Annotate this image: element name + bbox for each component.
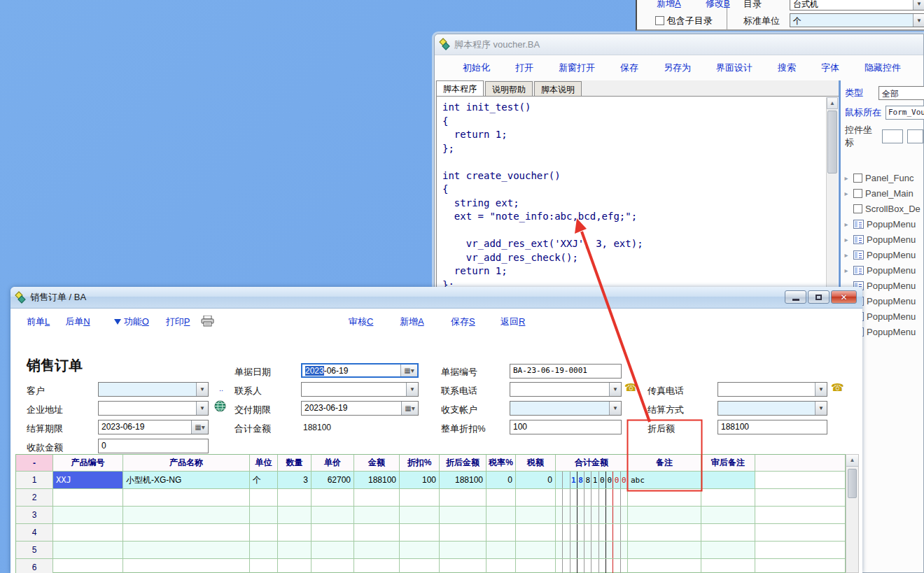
col-header-audit-note[interactable]: 审后备注	[701, 455, 755, 471]
open-new-window-button[interactable]: 新窗打开	[559, 62, 595, 74]
cell-taxrate[interactable]: 0	[486, 472, 516, 488]
coord-x-field[interactable]	[882, 129, 903, 143]
sales-titlebar[interactable]: 销售订单 / BA ✕	[10, 287, 862, 309]
col-header-qty[interactable]: 数量	[278, 455, 312, 471]
deliver-date-field[interactable]: 2023-06-19▦▾	[301, 401, 419, 416]
cell-total-digits[interactable]: 18810000	[556, 472, 628, 488]
scrollbar-thumb[interactable]	[848, 469, 857, 498]
tab-script-notes[interactable]: 脚本说明	[534, 81, 582, 96]
cell-product-name[interactable]: 小型机-XG-NG	[123, 472, 250, 488]
tree-item[interactable]: ▸PopupMenu	[842, 232, 923, 247]
scrollbar-thumb[interactable]	[827, 111, 837, 174]
customer-lookup-button[interactable]: ..	[216, 384, 227, 397]
expander-icon[interactable]: ▸	[842, 220, 850, 228]
row-number[interactable]: 3	[16, 507, 53, 523]
cell-note[interactable]: abc	[628, 472, 701, 488]
col-header-note[interactable]: 备注	[628, 455, 701, 471]
type-select[interactable]: 全部	[878, 86, 924, 100]
prev-doc-button[interactable]: 前单L	[27, 316, 50, 328]
cell-unit[interactable]: 个	[250, 472, 278, 488]
calendar-icon[interactable]: ▦▾	[400, 365, 417, 376]
modify-record-button[interactable]: 修改B	[706, 0, 730, 10]
grid-row-4[interactable]: 4	[16, 524, 845, 542]
col-header-product-code[interactable]: 产品编号	[53, 455, 123, 471]
col-header-total[interactable]: 合计金额	[556, 455, 628, 471]
cell-discount[interactable]: 100	[400, 472, 440, 488]
minimize-button[interactable]	[785, 290, 806, 304]
expander-icon[interactable]: ▸	[842, 174, 850, 182]
row-number[interactable]: 1	[16, 472, 53, 488]
chevron-down-icon[interactable]: ▼	[609, 402, 621, 415]
globe-icon[interactable]	[214, 400, 226, 414]
doc-number-field[interactable]: BA-23-06-19-0001	[510, 364, 622, 379]
grid-row-5[interactable]: 5	[16, 542, 845, 559]
return-button[interactable]: 返回R	[500, 316, 525, 328]
chevron-down-icon[interactable]: ▼	[609, 383, 621, 396]
expander-icon[interactable]: ▸	[842, 251, 850, 259]
tree-item[interactable]: ▸PopupMenu	[842, 216, 923, 232]
chevron-down-icon[interactable]: ▼	[815, 383, 827, 396]
grid-row-3[interactable]: 3	[16, 507, 845, 524]
calendar-icon[interactable]: ▦▾	[191, 420, 208, 434]
tree-item[interactable]: ▸PopupMenu	[842, 247, 923, 262]
chevron-down-icon[interactable]: ▼	[196, 402, 208, 415]
tree-item[interactable]: ▸Panel_Func	[842, 170, 923, 185]
coord-y-field[interactable]	[907, 129, 923, 143]
tree-item[interactable]: ▸Panel_Main	[842, 185, 923, 201]
row-number[interactable]: 5	[16, 542, 53, 558]
chevron-down-icon[interactable]: ▼	[406, 383, 418, 396]
calendar-icon[interactable]: ▦▾	[401, 402, 418, 415]
checkbox-icon[interactable]	[853, 174, 862, 183]
cell-tax[interactable]: 0	[516, 472, 556, 488]
grid-row-2[interactable]: 2	[16, 489, 845, 507]
col-header-unit[interactable]: 单位	[250, 455, 278, 471]
after-discount-field[interactable]: 188100	[718, 420, 827, 434]
checkbox-icon[interactable]	[853, 204, 862, 213]
printer-icon[interactable]	[201, 316, 214, 329]
grid-row-6[interactable]: 6	[16, 559, 845, 573]
phone-select[interactable]: ▼	[510, 382, 622, 397]
col-header-price[interactable]: 单价	[312, 455, 354, 471]
script-titlebar[interactable]: 脚本程序 voucher.BA	[435, 34, 923, 55]
font-button[interactable]: 字体	[821, 62, 839, 74]
search-button[interactable]: 搜索	[778, 62, 796, 74]
contact-select[interactable]: ▼	[301, 382, 419, 397]
tab-help[interactable]: 说明帮助	[485, 81, 533, 96]
customer-select[interactable]: ▼	[98, 382, 209, 397]
include-subdir-checkbox[interactable]: 包含子目录	[655, 15, 713, 27]
fax-select[interactable]: ▼	[718, 382, 827, 397]
print-button[interactable]: 打印P	[166, 316, 190, 328]
scroll-up-icon[interactable]: ▲	[827, 97, 838, 109]
tab-script-program[interactable]: 脚本程序	[436, 80, 484, 96]
expander-icon[interactable]: ▸	[842, 190, 850, 197]
save-as-button[interactable]: 另存为	[664, 62, 691, 74]
save-script-button[interactable]: 保存	[620, 62, 638, 74]
grid-scrollbar[interactable]: ▲	[846, 454, 859, 573]
cell-product-code[interactable]: XXJ	[53, 472, 123, 488]
hide-controls-button[interactable]: 隐藏控件	[864, 62, 901, 74]
received-amount-field[interactable]: 0	[98, 439, 209, 453]
address-select[interactable]: ▼	[98, 401, 209, 416]
cell-price[interactable]: 62700	[312, 472, 354, 488]
add-record-button[interactable]: 新增A	[657, 0, 681, 10]
standard-unit-select[interactable]: 个▼	[790, 13, 924, 27]
expander-icon[interactable]: ▸	[842, 236, 850, 243]
next-doc-button[interactable]: 后单N	[65, 316, 90, 328]
doc-date-field[interactable]: 2023-06-19 ▦▾	[301, 363, 419, 378]
chevron-down-icon[interactable]: ▼	[815, 402, 827, 415]
col-header-product-name[interactable]: 产品名称	[123, 455, 250, 471]
ui-design-button[interactable]: 界面设计	[716, 62, 752, 74]
close-button[interactable]: ✕	[831, 290, 857, 304]
fax-phone-icon[interactable]: ☎	[831, 381, 844, 394]
directory-select[interactable]: 台式机▼	[790, 0, 924, 10]
scroll-up-icon[interactable]: ▲	[846, 455, 858, 467]
cell-qty[interactable]: 3	[278, 472, 312, 488]
functions-menu-button[interactable]: 功能O	[114, 316, 149, 328]
col-header-amount[interactable]: 金额	[354, 455, 400, 471]
audit-button[interactable]: 审核C	[349, 316, 373, 328]
cell-amount[interactable]: 188100	[354, 472, 400, 488]
col-header-tax[interactable]: 税额	[516, 455, 556, 471]
discount-pct-field[interactable]: 100	[510, 420, 622, 434]
save-button[interactable]: 保存S	[451, 316, 475, 328]
init-button[interactable]: 初始化	[463, 62, 490, 74]
